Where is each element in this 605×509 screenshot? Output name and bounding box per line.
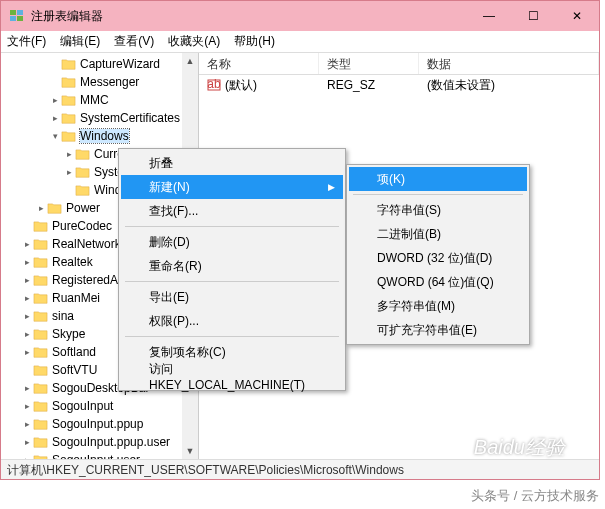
expander-icon[interactable]: ▸ [21, 454, 33, 459]
menu-item[interactable]: 导出(E) [121, 285, 343, 309]
menu-item-label: 可扩充字符串值(E) [377, 322, 477, 339]
menu-file[interactable]: 文件(F) [7, 33, 46, 50]
statusbar: 计算机\HKEY_CURRENT_USER\SOFTWARE\Policies\… [1, 459, 599, 479]
context-submenu-new: 项(K)字符串值(S)二进制值(B)DWORD (32 位)值(D)QWORD … [346, 164, 530, 345]
menu-help[interactable]: 帮助(H) [234, 33, 275, 50]
folder-icon [33, 238, 48, 250]
tree-node[interactable]: ▸SystemCertificates [1, 109, 198, 127]
expander-icon[interactable]: ▸ [49, 112, 61, 124]
menu-item[interactable]: 删除(D) [121, 230, 343, 254]
expander-icon[interactable] [63, 184, 75, 196]
expander-icon[interactable]: ▸ [21, 238, 33, 250]
folder-icon [33, 364, 48, 376]
menu-view[interactable]: 查看(V) [114, 33, 154, 50]
menu-item-label: DWORD (32 位)值(D) [377, 250, 492, 267]
scroll-down-icon[interactable]: ▼ [182, 443, 198, 459]
menu-item-label: 多字符串值(M) [377, 298, 455, 315]
tree-node[interactable]: ▸SogouInput.user [1, 451, 198, 459]
expander-icon[interactable] [21, 364, 33, 376]
menu-item-label: 删除(D) [149, 234, 190, 251]
folder-icon [33, 382, 48, 394]
folder-icon [61, 130, 76, 142]
expander-icon[interactable]: ▸ [21, 382, 33, 394]
folder-icon [33, 274, 48, 286]
tree-node[interactable]: CaptureWizard [1, 55, 198, 73]
minimize-button[interactable]: — [467, 1, 511, 31]
expander-icon[interactable]: ▸ [21, 400, 33, 412]
menu-item[interactable]: 字符串值(S) [349, 198, 527, 222]
folder-icon [33, 256, 48, 268]
menu-separator [125, 336, 339, 337]
menu-item-label: 项(K) [377, 171, 405, 188]
menu-item[interactable]: 新建(N)▶ [121, 175, 343, 199]
tree-node[interactable]: Messenger [1, 73, 198, 91]
menu-item[interactable]: 项(K) [349, 167, 527, 191]
menu-item[interactable]: 重命名(R) [121, 254, 343, 278]
expander-icon[interactable]: ▾ [49, 130, 61, 142]
col-data[interactable]: 数据 [419, 53, 599, 74]
menu-item[interactable]: 访问 HKEY_LOCAL_MACHINE(T) [121, 364, 343, 388]
folder-icon [33, 220, 48, 232]
expander-icon[interactable]: ▸ [63, 148, 75, 160]
menu-favorites[interactable]: 收藏夹(A) [168, 33, 220, 50]
menu-item[interactable]: 权限(P)... [121, 309, 343, 333]
expander-icon[interactable]: ▸ [21, 418, 33, 430]
titlebar[interactable]: 注册表编辑器 — ☐ ✕ [1, 1, 599, 31]
expander-icon[interactable] [49, 76, 61, 88]
folder-icon [33, 436, 48, 448]
expander-icon[interactable]: ▸ [49, 94, 61, 106]
menu-item-label: 访问 HKEY_LOCAL_MACHINE(T) [149, 361, 319, 392]
svg-rect-1 [17, 10, 23, 15]
menu-item[interactable]: DWORD (32 位)值(D) [349, 246, 527, 270]
expander-icon[interactable]: ▸ [21, 274, 33, 286]
col-name[interactable]: 名称 [199, 53, 319, 74]
tree-label: SogouInput.user [52, 453, 140, 459]
folder-icon [33, 418, 48, 430]
folder-icon [75, 148, 90, 160]
submenu-arrow-icon: ▶ [328, 182, 335, 192]
tree-node[interactable]: ▸SogouInput [1, 397, 198, 415]
list-row[interactable]: ab(默认)REG_SZ(数值未设置) [199, 75, 599, 95]
expander-icon[interactable]: ▸ [21, 328, 33, 340]
expander-icon[interactable] [21, 220, 33, 232]
tree-node[interactable]: ▾Windows [1, 127, 198, 145]
col-type[interactable]: 类型 [319, 53, 419, 74]
tree-label: SystemCertificates [80, 111, 180, 125]
expander-icon[interactable]: ▸ [35, 202, 47, 214]
tree-label: CaptureWizard [80, 57, 160, 71]
menu-item[interactable]: 多字符串值(M) [349, 294, 527, 318]
menu-item[interactable]: 折叠 [121, 151, 343, 175]
menu-edit[interactable]: 编辑(E) [60, 33, 100, 50]
menu-item-label: 字符串值(S) [377, 202, 441, 219]
expander-icon[interactable]: ▸ [21, 436, 33, 448]
maximize-button[interactable]: ☐ [511, 1, 555, 31]
menu-item[interactable]: QWORD (64 位)值(Q) [349, 270, 527, 294]
tree-label: SoftVTU [52, 363, 97, 377]
expander-icon[interactable]: ▸ [21, 256, 33, 268]
expander-icon[interactable]: ▸ [21, 346, 33, 358]
expander-icon[interactable]: ▸ [21, 310, 33, 322]
folder-icon [61, 112, 76, 124]
tree-label: Softland [52, 345, 96, 359]
scroll-up-icon[interactable]: ▲ [182, 53, 198, 69]
svg-rect-2 [10, 16, 16, 21]
menu-item[interactable]: 查找(F)... [121, 199, 343, 223]
tree-node[interactable]: ▸SogouInput.ppup.user [1, 433, 198, 451]
tree-label: SogouInput [52, 399, 113, 413]
tree-label: RealNetworks [52, 237, 127, 251]
expander-icon[interactable] [49, 58, 61, 70]
svg-rect-0 [10, 10, 16, 15]
expander-icon[interactable]: ▸ [21, 292, 33, 304]
menu-item[interactable]: 二进制值(B) [349, 222, 527, 246]
expander-icon[interactable]: ▸ [63, 166, 75, 178]
folder-icon [33, 328, 48, 340]
menu-separator [125, 281, 339, 282]
window-title: 注册表编辑器 [31, 8, 467, 25]
tree-node[interactable]: ▸MMC [1, 91, 198, 109]
menu-item-label: 二进制值(B) [377, 226, 441, 243]
close-button[interactable]: ✕ [555, 1, 599, 31]
svg-rect-3 [17, 16, 23, 21]
tree-node[interactable]: ▸SogouInput.ppup [1, 415, 198, 433]
menu-item[interactable]: 可扩充字符串值(E) [349, 318, 527, 342]
tree-label: SogouInput.ppup [52, 417, 143, 431]
